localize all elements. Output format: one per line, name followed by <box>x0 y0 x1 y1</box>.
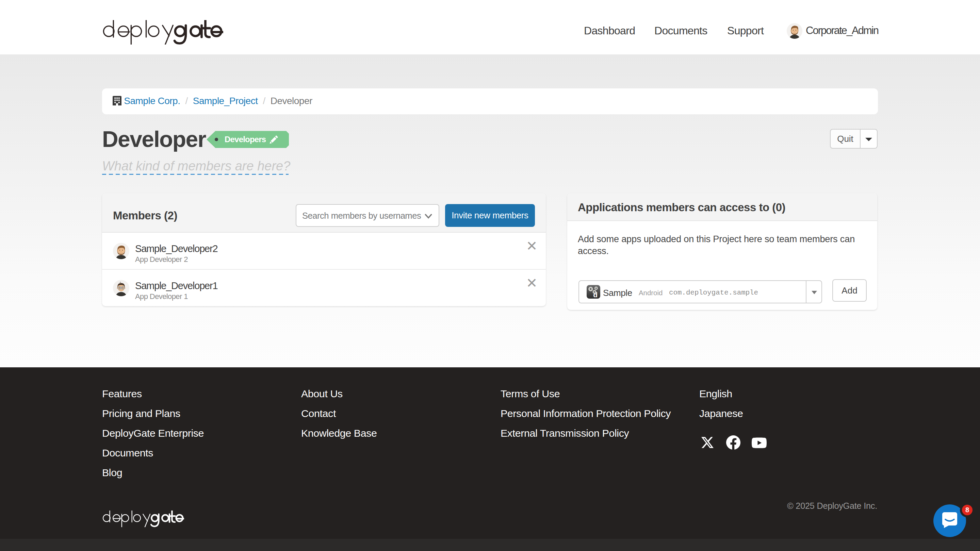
svg-text:d: d <box>593 291 598 299</box>
